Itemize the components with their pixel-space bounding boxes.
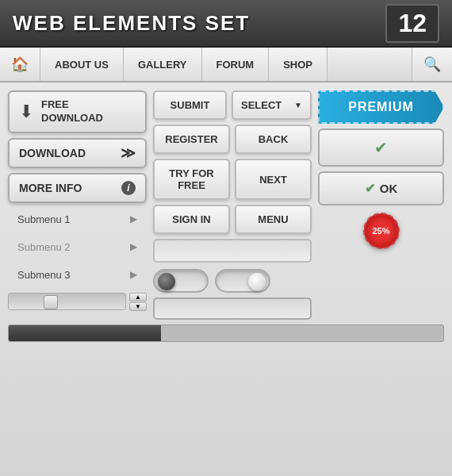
mid-input-field[interactable] — [153, 239, 312, 263]
long-input-bar[interactable] — [153, 298, 312, 320]
submit-button[interactable]: SUBMIT — [153, 90, 227, 120]
header-title: WEB ELEMENTS SET — [13, 11, 250, 36]
middle-column: SUBMIT SELECT ▼ REGISTER BACK TRY FOR FR… — [153, 90, 312, 320]
select-arrow-icon: ▼ — [294, 101, 302, 109]
chevron-right-icon: ▶ — [130, 213, 137, 225]
toggle-dark[interactable] — [153, 269, 209, 293]
try-for-free-button[interactable]: TRY FOR FREE — [153, 159, 230, 200]
toggle-row — [153, 269, 312, 293]
nav-search-button[interactable]: 🔍 — [412, 48, 452, 81]
toggle-light[interactable] — [215, 269, 270, 293]
chevron-right-icon-2: ▶ — [130, 241, 137, 252]
sign-in-button[interactable]: SIGN IN — [153, 205, 230, 234]
download-chevron-icon: ≫ — [121, 146, 136, 160]
download-button[interactable]: DOWNLOAD ≫ — [8, 138, 147, 168]
nav-shop[interactable]: SHOP — [269, 48, 328, 81]
slider-thumb[interactable] — [44, 295, 58, 309]
select-button[interactable]: SELECT ▼ — [232, 90, 312, 120]
slider-track[interactable] — [8, 293, 126, 310]
long-input-row — [153, 298, 312, 320]
ok-check-icon: ✔ — [365, 181, 375, 196]
main-content: ⬇ FREE DOWNLOAD DOWNLOAD ≫ MORE INFO i S… — [0, 83, 452, 476]
button-row-3: TRY FOR FREE NEXT — [153, 159, 312, 200]
discount-seal: 25% — [364, 213, 399, 248]
more-info-button[interactable]: MORE INFO i — [8, 173, 147, 203]
right-column: PREMIUM ✔ ✔ OK 25% — [318, 90, 444, 248]
slider-arrows: ▲ ▼ — [129, 293, 147, 311]
download-icon: ⬇ — [19, 102, 33, 122]
toggle-knob-light — [248, 273, 266, 290]
progress-bar — [8, 324, 444, 342]
free-download-button[interactable]: ⬇ FREE DOWNLOAD — [8, 90, 147, 133]
submenu-item-2[interactable]: Submenu 2 ▶ — [8, 236, 147, 259]
nav-gallery[interactable]: GALLERY — [124, 48, 202, 81]
submenu-item-3[interactable]: Submenu 3 ▶ — [8, 263, 147, 286]
header: WEB ELEMENTS SET 12 — [0, 0, 452, 48]
progress-bar-fill — [9, 325, 161, 341]
button-row-1: SUBMIT SELECT ▼ — [153, 90, 312, 120]
nav-about-us[interactable]: ABOUT US — [40, 48, 124, 81]
next-button[interactable]: NEXT — [235, 159, 312, 200]
check-icon: ✔ — [374, 138, 388, 157]
progress-row — [8, 324, 444, 342]
toggle-knob-dark — [158, 273, 175, 290]
header-number: 12 — [385, 4, 439, 43]
button-row-4: SIGN IN MENU — [153, 205, 312, 234]
slider-up-arrow[interactable]: ▲ — [129, 293, 147, 301]
nav-forum[interactable]: FORUM — [202, 48, 270, 81]
slider-row: ▲ ▼ — [8, 293, 147, 311]
menu-button[interactable]: MENU — [235, 205, 312, 234]
submenu-item-1[interactable]: Submenu 1 ▶ — [8, 208, 147, 231]
check-button[interactable]: ✔ — [318, 129, 444, 167]
nav-home-button[interactable]: 🏠 — [0, 48, 40, 81]
info-icon: i — [121, 181, 136, 195]
left-column: ⬇ FREE DOWNLOAD DOWNLOAD ≫ MORE INFO i S… — [8, 90, 147, 311]
ok-button[interactable]: ✔ OK — [318, 171, 444, 205]
back-button[interactable]: BACK — [235, 125, 312, 154]
free-download-label: FREE DOWNLOAD — [41, 98, 103, 125]
premium-banner: PREMIUM — [318, 90, 444, 124]
chevron-right-icon-3: ▶ — [130, 269, 137, 280]
button-row-2: REGISTER BACK — [153, 125, 312, 154]
register-button[interactable]: REGISTER — [153, 125, 230, 154]
top-row: ⬇ FREE DOWNLOAD DOWNLOAD ≫ MORE INFO i S… — [8, 90, 444, 320]
navigation: 🏠 ABOUT US GALLERY FORUM SHOP 🔍 — [0, 48, 452, 83]
seal-badge-area: 25% — [318, 213, 444, 248]
slider-down-arrow[interactable]: ▼ — [129, 302, 147, 311]
